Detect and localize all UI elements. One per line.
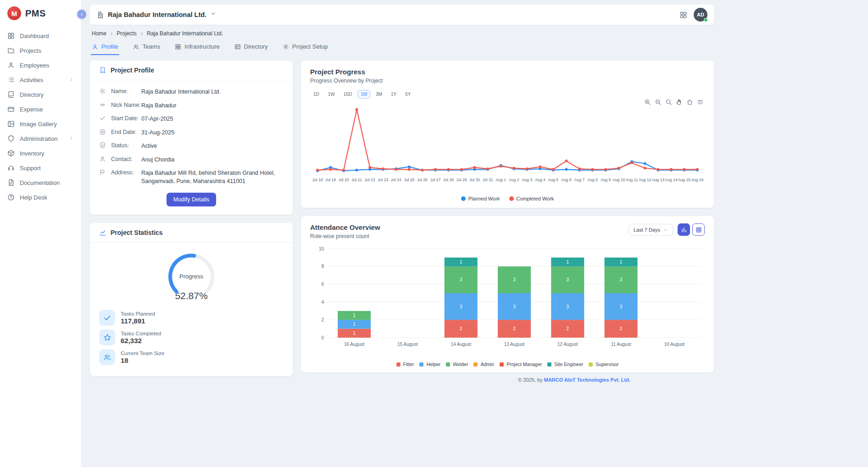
footer-company-link[interactable]: MARCO AIoT Technologies Pvt. Ltd. xyxy=(544,377,630,383)
sidebar-item-administration[interactable]: Administration xyxy=(0,131,81,146)
tab-project-setup[interactable]: Project Setup xyxy=(282,41,329,55)
legend-item[interactable]: Site Engineer xyxy=(547,361,583,367)
sidebar-item-inventory[interactable]: Inventory xyxy=(0,146,81,161)
sidebar-item-employees[interactable]: Employees xyxy=(0,58,81,72)
chevron-right-icon xyxy=(69,77,74,83)
bar-chart[interactable]: 024681011116 August15 August233114 Augus… xyxy=(310,244,705,358)
tab-profile[interactable]: Profile xyxy=(91,41,119,55)
credit-card-icon xyxy=(7,106,15,113)
range-1d[interactable]: 1D xyxy=(310,90,323,99)
legend-item[interactable]: Welder xyxy=(446,361,468,367)
sidebar-item-expense[interactable]: Expense xyxy=(0,102,81,117)
tab-teams[interactable]: Teams xyxy=(132,41,161,55)
date-range-select[interactable]: Last 7 Days xyxy=(629,224,673,236)
modify-details-button[interactable]: Modify Details xyxy=(167,193,217,206)
tab-infrastructure[interactable]: Infrastructure xyxy=(174,41,221,55)
sidebar-item-documentation[interactable]: Documentation xyxy=(0,175,81,190)
user-icon xyxy=(92,44,98,50)
svg-text:10: 10 xyxy=(319,246,324,251)
svg-text:Aug 16: Aug 16 xyxy=(691,178,703,182)
breadcrumb-current: Raja Bahadur International Ltd. xyxy=(147,30,223,37)
range-5y[interactable]: 5Y xyxy=(402,90,414,99)
zoom-out-icon[interactable] xyxy=(655,99,662,106)
line-chart[interactable]: Jul 18Jul 19Jul 20Jul 21Jul 22Jul 23Jul … xyxy=(310,100,705,192)
pan-icon[interactable] xyxy=(676,99,683,106)
table-icon xyxy=(696,227,702,233)
sidebar-item-directory[interactable]: Directory xyxy=(0,87,81,102)
svg-text:Aug 3: Aug 3 xyxy=(522,178,533,182)
legend-item[interactable]: Planned Work xyxy=(461,196,500,201)
svg-text:13 August: 13 August xyxy=(504,342,525,347)
svg-text:Aug 4: Aug 4 xyxy=(535,178,545,182)
svg-text:10 August: 10 August xyxy=(664,342,685,347)
project-statistics-card: Project Statistics Progress 52.87% Tasks… xyxy=(90,223,293,376)
card-subtitle: Role-wise present count xyxy=(310,233,380,239)
footer: © 2025, by MARCO AIoT Technologies Pvt. … xyxy=(301,372,714,389)
svg-text:Aug 14: Aug 14 xyxy=(665,178,677,182)
id-card-icon xyxy=(234,44,241,50)
legend-item[interactable]: Fitter xyxy=(396,361,414,367)
svg-text:2: 2 xyxy=(567,326,569,331)
logo-icon: M xyxy=(7,6,21,20)
breadcrumb-home[interactable]: Home xyxy=(92,30,106,37)
broadcast-icon xyxy=(99,101,106,108)
svg-text:Jul 19: Jul 19 xyxy=(325,178,336,182)
book-icon xyxy=(7,91,15,98)
sidebar-collapse-button[interactable]: ‹ xyxy=(77,10,86,19)
sidebar-item-activities[interactable]: Activities xyxy=(0,72,81,87)
legend-item[interactable]: Supervisor xyxy=(589,361,618,367)
range-3m[interactable]: 3M xyxy=(373,90,385,99)
legend-swatch xyxy=(396,362,401,367)
grid-icon xyxy=(175,44,181,50)
app-root: M PMS Dashboard Projects Employees Activ… xyxy=(0,0,868,467)
tab-directory[interactable]: Directory xyxy=(234,41,269,55)
svg-text:Jul 22: Jul 22 xyxy=(365,178,375,182)
legend-item[interactable]: Helper xyxy=(419,361,440,367)
legend-item[interactable]: Completed Work xyxy=(509,196,554,201)
company-selector[interactable]: Raja Bahadur International Ltd. xyxy=(96,11,217,19)
apps-grid-button[interactable] xyxy=(679,11,687,19)
home-icon[interactable] xyxy=(686,99,693,106)
check-icon xyxy=(99,310,115,326)
chart-icon xyxy=(99,229,106,236)
avatar[interactable]: AD xyxy=(694,8,707,22)
svg-text:Jul 31: Jul 31 xyxy=(483,178,493,182)
breadcrumb-separator: › xyxy=(141,30,143,37)
range-15d[interactable]: 15D xyxy=(340,90,355,99)
sidebar-item-help-desk[interactable]: Help Desk xyxy=(0,190,81,205)
table-view-toggle[interactable] xyxy=(692,223,705,236)
sidebar-item-support[interactable]: Support xyxy=(0,161,81,175)
svg-text:Aug 11: Aug 11 xyxy=(626,178,638,182)
card-subtitle: Progress Overview by Project xyxy=(310,78,705,84)
stat-tasks-completed: Tasks Completed 62,332 xyxy=(99,329,284,345)
company-name: Raja Bahadur International Ltd. xyxy=(108,11,206,18)
svg-text:3: 3 xyxy=(513,304,516,309)
range-1y[interactable]: 1Y xyxy=(388,90,400,99)
flag-icon xyxy=(99,169,106,176)
selection-zoom-icon[interactable] xyxy=(665,99,672,106)
legend-item[interactable]: Admin xyxy=(473,361,494,367)
zoom-in-icon[interactable] xyxy=(644,99,651,106)
svg-text:Jul 18: Jul 18 xyxy=(312,178,323,182)
legend-item[interactable]: Project Manager xyxy=(500,361,542,367)
stat-team-size: Current Team Size 18 xyxy=(99,349,284,365)
headset-icon xyxy=(7,164,15,172)
breadcrumb-projects[interactable]: Projects xyxy=(117,30,136,37)
sidebar-item-projects[interactable]: Projects xyxy=(0,43,81,58)
range-selector: 1D 1W 15D 1M 3M 1Y 5Y xyxy=(310,90,705,99)
sidebar-item-image-gallery[interactable]: Image Gallery xyxy=(0,117,81,131)
svg-text:3: 3 xyxy=(567,304,569,309)
menu-icon[interactable] xyxy=(697,99,704,106)
field-address: Address: Raja Bahadur Mill Rd, behind Sh… xyxy=(99,169,284,185)
logo[interactable]: M PMS xyxy=(0,0,81,27)
attendance-overview-card: Attendance Overview Role-wise present co… xyxy=(301,216,714,372)
list-icon xyxy=(7,76,15,83)
range-1w[interactable]: 1W xyxy=(325,90,338,99)
bar-chart-legend: FitterHelperWelderAdminProject ManagerSi… xyxy=(310,361,705,369)
bar-view-toggle[interactable] xyxy=(678,223,690,236)
card-title: Project Progress xyxy=(310,68,705,76)
sidebar-item-dashboard[interactable]: Dashboard xyxy=(0,28,81,43)
project-profile-card: Project Profile Name: Raja Bahadur Inter… xyxy=(90,61,293,215)
range-1m[interactable]: 1M xyxy=(357,90,370,99)
svg-text:Jul 24: Jul 24 xyxy=(391,178,401,182)
